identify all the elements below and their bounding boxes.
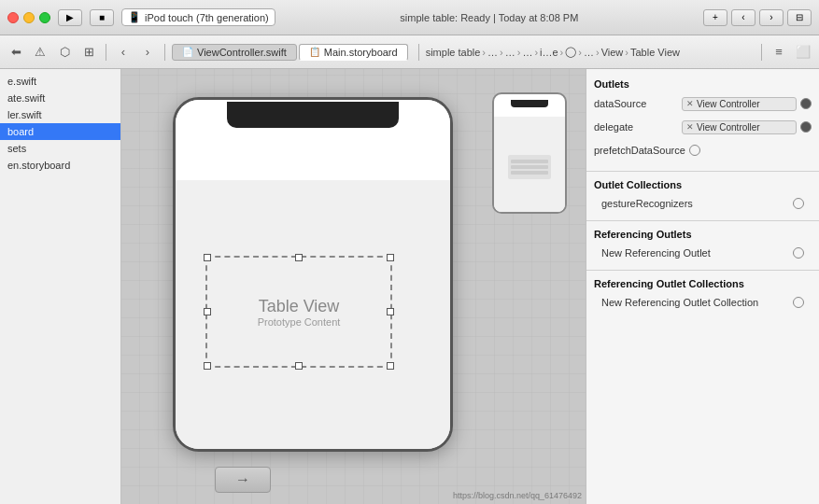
nav-back-icon[interactable]: ‹ [113, 42, 134, 63]
swift-icon: 📄 [182, 47, 193, 57]
breadcrumb-3[interactable]: … [505, 47, 515, 58]
new-ref-outlet-row: New Referencing Outlet [594, 244, 812, 262]
main-content: e.swift ate.swift ler.swift board sets e… [0, 69, 819, 504]
referencing-outlet-collections-title: Referencing Outlet Collections [594, 278, 812, 289]
table-view-main-label: Table View [258, 297, 341, 316]
inspector-icon[interactable]: ⬜ [793, 42, 813, 63]
device-selector[interactable]: 📱 iPod touch (7th generation) [121, 8, 275, 26]
toolbar: ⬅ ⚠ ⬡ ⊞ ‹ › 📄 ViewController.swift 📋 Mai… [0, 35, 819, 69]
outlet-delegate-connector[interactable]: ✕ View Controller [682, 120, 797, 134]
mini-preview [492, 92, 567, 214]
outlet-prefetch-name: prefetchDataSource [594, 145, 685, 156]
handle-mid-right[interactable] [387, 308, 394, 315]
table-view-label: Table View Prototype Content [258, 297, 341, 328]
breadcrumb-bar: simple table › … › … › … › i…e › ◯ › … ›… [426, 46, 755, 58]
split-view-button[interactable]: ⊟ [787, 9, 812, 26]
warning-icon: ⚠ [30, 42, 50, 63]
mini-screen [494, 117, 565, 214]
handle-top-mid[interactable] [295, 254, 303, 261]
referencing-outlet-collections-section: Referencing Outlet Collections New Refer… [586, 274, 819, 315]
watermark: https://blog.csdn.net/qq_61476492 [453, 491, 582, 500]
mini-table-content [508, 155, 551, 179]
canvas: Table View Prototype Content [121, 69, 586, 504]
outlet-delegate-row: delegate ✕ View Controller [594, 117, 812, 137]
plus-button[interactable]: + [703, 9, 727, 26]
close-button[interactable] [7, 12, 19, 23]
mini-notch [511, 100, 548, 107]
mini-row-3 [511, 171, 548, 175]
outlet-datasource-name: dataSource [594, 98, 678, 109]
sidebar-item-ler-swift[interactable]: ler.swift [0, 106, 120, 123]
handle-mid-left[interactable] [204, 308, 211, 315]
device-label: iPod touch (7th generation) [145, 12, 269, 23]
storyboard-icon: 📋 [309, 47, 320, 57]
sidebar-item-sets[interactable]: sets [0, 140, 120, 157]
sep4 [761, 44, 762, 61]
forward-button[interactable]: › [759, 9, 784, 26]
handle-bot-mid[interactable] [295, 362, 303, 370]
breadcrumb-ie[interactable]: i…e [540, 47, 558, 58]
breadcrumb-4[interactable]: … [522, 47, 532, 58]
right-panel: Outlets dataSource ✕ View Controller del… [586, 69, 819, 504]
breakpoint-icon[interactable]: ⬡ [54, 42, 75, 63]
breadcrumb-2[interactable]: … [487, 47, 498, 58]
run-status: simple table: Ready | Today at 8:08 PM [283, 12, 696, 23]
outlets-title: Outlets [594, 78, 812, 90]
outlet-gesturerec-name: gestureRecognizers [601, 198, 693, 209]
table-view-selection[interactable]: Table View Prototype Content [205, 256, 392, 368]
grid-icon[interactable]: ⊞ [78, 42, 99, 63]
traffic-lights [7, 12, 50, 23]
sidebar: e.swift ate.swift ler.swift board sets e… [0, 69, 121, 504]
maximize-button[interactable] [39, 12, 50, 23]
divider-1 [586, 171, 819, 172]
entry-arrow[interactable]: → [215, 467, 271, 493]
sidebar-item-e-swift[interactable]: e.swift [0, 73, 120, 90]
outlet-x-icon: ✕ [686, 99, 694, 108]
breadcrumb-simpletable[interactable]: simple table [426, 47, 481, 58]
new-ref-outlet-name: New Referencing Outlet [601, 247, 711, 259]
outlet-delegate-circle[interactable] [800, 121, 812, 133]
sidebar-item-ate-swift[interactable]: ate.swift [0, 90, 120, 106]
handle-top-right[interactable] [387, 254, 394, 261]
scheme-icon: 📱 [128, 11, 141, 23]
outlet-datasource-circle[interactable] [800, 98, 812, 109]
title-bar-right: + ‹ › ⊟ [703, 9, 812, 26]
breadcrumb-circle[interactable]: ◯ [565, 46, 576, 58]
editor-area[interactable]: Table View Prototype Content [121, 69, 586, 504]
handle-bot-left[interactable] [204, 362, 211, 370]
tab-bar: 📄 ViewController.swift 📋 Main.storyboard [172, 44, 408, 61]
back-button[interactable]: ‹ [731, 9, 755, 26]
table-view-sub-label: Prototype Content [258, 316, 341, 328]
sidebar-item-board[interactable]: board [0, 123, 120, 140]
outlet-gesturerec-row: gestureRecognizers [594, 194, 812, 213]
referencing-outlets-section: Referencing Outlets New Referencing Outl… [586, 225, 819, 266]
divider-3 [586, 270, 819, 271]
stop-button[interactable]: ■ [90, 9, 114, 26]
outlet-prefetch-circle[interactable] [689, 145, 700, 156]
mini-row-1 [511, 160, 548, 163]
run-button[interactable]: ▶ [58, 9, 82, 26]
sep2 [164, 44, 165, 61]
outlet-x-icon-2: ✕ [686, 122, 694, 132]
outlet-datasource-connector[interactable]: ✕ View Controller [682, 97, 797, 111]
mini-row-2 [511, 165, 548, 169]
title-bar: ▶ ■ 📱 iPod touch (7th generation) simple… [0, 0, 819, 35]
minimize-button[interactable] [23, 12, 35, 23]
tab-mainstoryboard[interactable]: 📋 Main.storyboard [299, 44, 408, 61]
handle-bot-right[interactable] [387, 362, 394, 370]
notch [227, 102, 399, 128]
sidebar-item-en-storyboard[interactable]: en.storyboard [0, 157, 120, 174]
breadcrumb-tableview[interactable]: Table View [630, 47, 680, 58]
outlet-gesturerec-circle[interactable] [793, 198, 804, 209]
breadcrumb-view[interactable]: View [601, 47, 624, 58]
align-icon[interactable]: ≡ [769, 42, 789, 63]
new-ref-outlet-circle[interactable] [793, 247, 804, 259]
new-ref-coll-circle[interactable] [793, 297, 804, 308]
nav-forward-icon[interactable]: › [137, 42, 158, 63]
sep1 [106, 44, 106, 61]
back-nav-icon[interactable]: ⬅ [6, 42, 26, 63]
outlet-delegate-name: delegate [594, 121, 678, 133]
handle-top-left[interactable] [204, 254, 211, 261]
tab-viewcontroller[interactable]: 📄 ViewController.swift [172, 44, 297, 61]
breadcrumb-dots[interactable]: … [584, 47, 594, 58]
